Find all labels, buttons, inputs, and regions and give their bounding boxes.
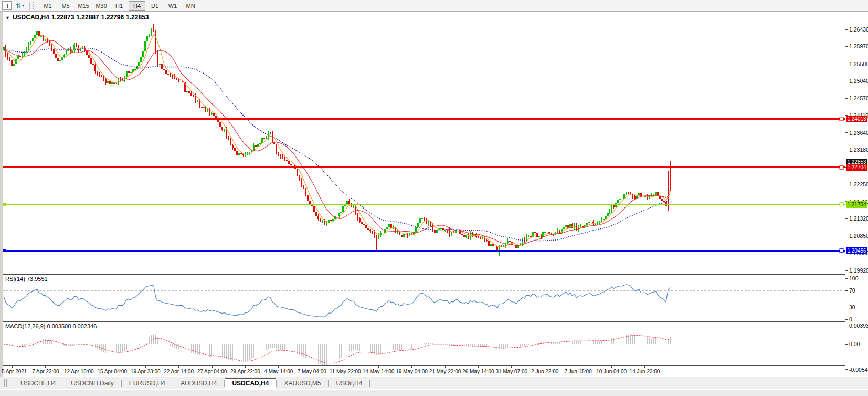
tab-USDCADH4[interactable]: USDCAD,H4 bbox=[225, 378, 276, 389]
text-tool-button[interactable]: T bbox=[2, 1, 12, 10]
timeframe-button-H1[interactable]: H1 bbox=[111, 1, 128, 11]
timeframe-buttons: M1M5M15M30H1H4D1W1MN bbox=[39, 1, 199, 11]
timeframe-button-H4[interactable]: H4 bbox=[129, 1, 145, 11]
tab-USOilH4[interactable]: USOil,H4 bbox=[329, 378, 369, 389]
tabbar-grip bbox=[4, 379, 7, 387]
timeframe-button-M15[interactable]: M15 bbox=[75, 1, 92, 11]
toolbar-separator bbox=[29, 2, 30, 10]
tab-AUDUSDH4[interactable]: AUDUSD,H4 bbox=[173, 378, 224, 389]
tab-EURUSDH4[interactable]: EURUSD,H4 bbox=[122, 378, 173, 389]
timeframe-button-M30[interactable]: M30 bbox=[93, 1, 110, 11]
chart-canvas[interactable] bbox=[0, 0, 868, 396]
status-bar bbox=[0, 389, 868, 396]
tab-XAUUSDM5[interactable]: XAUUSD,M5 bbox=[277, 378, 328, 389]
timeframe-button-D1[interactable]: D1 bbox=[146, 1, 163, 11]
tab-separator bbox=[369, 380, 370, 387]
tab-USDCHFH4[interactable]: USDCHF,H4 bbox=[13, 378, 63, 389]
dropdown-caret-icon[interactable]: ▾ bbox=[22, 3, 24, 8]
timeframe-button-MN[interactable]: MN bbox=[182, 1, 199, 11]
sort-arrows-icon[interactable]: ⇅ bbox=[16, 2, 21, 10]
mt4-window: T ⇅ ▾ M1M5M15M30H1H4D1W1MN ▼USDCAD,H41.2… bbox=[0, 0, 868, 396]
timeframe-button-W1[interactable]: W1 bbox=[164, 1, 181, 11]
symbol-tab-bar: USDCHF,H4USDCNH,DailyEURUSD,H4AUDUSD,H4U… bbox=[0, 377, 868, 389]
top-toolbar: T ⇅ ▾ M1M5M15M30H1H4D1W1MN bbox=[0, 0, 868, 12]
timeframe-button-M5[interactable]: M5 bbox=[57, 1, 74, 11]
toolbar-separator bbox=[202, 2, 202, 10]
toolbar-grip bbox=[33, 2, 36, 9]
timeframe-button-M1[interactable]: M1 bbox=[39, 1, 56, 11]
tab-USDCNHDaily[interactable]: USDCNH,Daily bbox=[63, 378, 121, 389]
